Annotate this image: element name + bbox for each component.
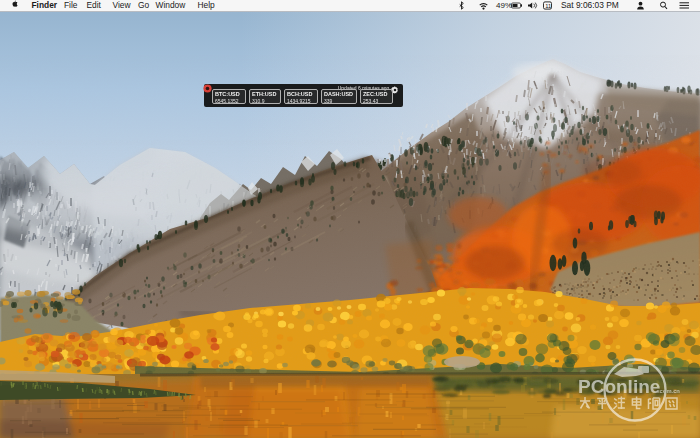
svg-text:Help: Help (198, 0, 216, 10)
svg-text:Finder: Finder (32, 0, 58, 10)
svg-text:Edit: Edit (87, 0, 102, 10)
svg-text:Sat 9:06:03 PM: Sat 9:06:03 PM (561, 0, 619, 10)
svg-text:Window: Window (156, 0, 187, 10)
svg-text:PConline: PConline (578, 376, 660, 397)
svg-text:Go: Go (138, 0, 150, 10)
svg-text:View: View (113, 0, 132, 10)
svg-text:.com.cn: .com.cn (658, 388, 680, 394)
svg-text:49%: 49% (496, 1, 512, 10)
svg-text:11: 11 (545, 3, 551, 9)
svg-text:File: File (64, 0, 78, 10)
